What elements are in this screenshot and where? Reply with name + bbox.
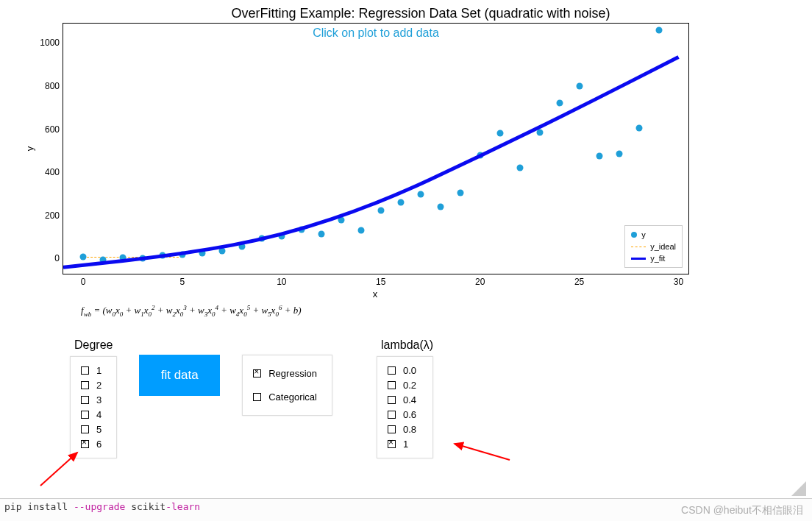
checkbox-icon[interactable] — [388, 425, 396, 433]
terminal-flag-1: --upgrade — [74, 501, 125, 512]
data-point — [516, 165, 523, 171]
checkbox-icon[interactable] — [81, 396, 89, 404]
type-panel-option[interactable]: Regression — [253, 367, 317, 380]
data-point — [278, 233, 285, 239]
data-point — [338, 216, 344, 223]
x-tick: 0 — [81, 277, 86, 287]
data-point — [576, 83, 583, 90]
y-fit-line — [63, 24, 688, 274]
y-axis-label: y — [24, 146, 35, 152]
data-point — [655, 26, 662, 33]
degree-panel-option[interactable]: 4 — [81, 408, 102, 421]
degree-panel-option[interactable]: 5 — [81, 423, 102, 436]
resize-grip-icon[interactable] — [791, 481, 806, 496]
data-point — [199, 250, 205, 257]
data-point — [596, 153, 602, 160]
model-formula: fwb = (w0x0 + w1x02 + w2x03 + w3x04 + w4… — [81, 304, 812, 318]
data-point — [417, 191, 424, 197]
degree-title: Degree — [74, 339, 117, 352]
lambda-panel-option[interactable]: 0.0 — [388, 364, 418, 377]
y-tick: 1000 — [34, 38, 60, 48]
y-tick: 0 — [34, 253, 60, 263]
fit-data-button[interactable]: fit data — [139, 355, 220, 396]
data-point — [119, 255, 126, 261]
checkbox-icon[interactable] — [81, 366, 89, 375]
degree-panel-option[interactable]: 3 — [81, 394, 102, 406]
data-point — [318, 230, 324, 237]
data-point — [616, 151, 622, 157]
controls-row: Degree 123456 fit data RegressionCategor… — [70, 339, 812, 458]
option-label: 1 — [96, 365, 102, 376]
degree-panel: 123456 — [70, 356, 117, 458]
data-point — [496, 130, 503, 137]
checkbox-icon[interactable] — [81, 381, 89, 389]
checkbox-icon[interactable] — [388, 411, 396, 419]
legend-y: y — [631, 229, 676, 241]
checkbox-icon[interactable] — [388, 440, 396, 448]
option-label: 2 — [96, 380, 102, 391]
y-ideal-line — [83, 257, 182, 258]
terminal-flag-2: -learn — [165, 501, 200, 512]
terminal-pkg: scikit — [125, 501, 165, 512]
lambda-panel-option[interactable]: 0.8 — [388, 423, 418, 436]
x-tick: 5 — [180, 277, 185, 287]
checkbox-icon[interactable] — [81, 411, 89, 419]
option-label: 6 — [96, 439, 102, 450]
lambda-panel-option[interactable]: 0.4 — [388, 394, 418, 406]
data-point — [139, 255, 146, 262]
y-tick: 600 — [34, 124, 60, 135]
x-tick: 10 — [277, 277, 286, 287]
data-point — [238, 244, 245, 250]
lambda-panel-option[interactable]: 1 — [388, 438, 418, 450]
chart-title: OverFitting Example: Regression Data Set… — [0, 6, 812, 21]
option-label: 0.0 — [403, 365, 416, 376]
data-point — [377, 207, 384, 213]
data-point — [218, 248, 225, 255]
data-point — [556, 100, 563, 107]
terminal-text: pip install — [4, 501, 74, 512]
checkbox-icon[interactable] — [81, 440, 89, 448]
option-label: 0.8 — [403, 424, 416, 435]
x-tick: 20 — [475, 277, 485, 287]
option-label: Regression — [268, 368, 317, 379]
plot-canvas[interactable]: Click on plot to add data y y_ideal y_fi… — [63, 23, 689, 274]
type-panel: RegressionCategorical — [242, 355, 332, 416]
degree-panel-wrapper: Degree 123456 — [70, 339, 117, 458]
x-tick: 15 — [376, 277, 385, 287]
degree-panel-option[interactable]: 2 — [81, 379, 102, 391]
data-point — [536, 130, 543, 136]
legend-y-ideal: y_ideal — [631, 241, 676, 252]
data-point — [99, 256, 106, 263]
degree-panel-option[interactable]: 6 — [81, 438, 102, 450]
checkbox-icon[interactable] — [253, 393, 261, 401]
lambda-title: lambda(λ) — [381, 339, 433, 352]
chart-subtitle: Click on plot to add data — [63, 26, 688, 40]
y-tick: 200 — [34, 210, 60, 221]
data-point — [179, 251, 185, 258]
checkbox-icon[interactable] — [81, 425, 89, 433]
data-point — [437, 204, 444, 210]
checkbox-icon[interactable] — [388, 381, 396, 389]
option-label: 0.6 — [403, 409, 416, 420]
option-label: 0.4 — [403, 394, 416, 405]
data-point — [298, 226, 304, 233]
checkbox-icon[interactable] — [388, 366, 396, 375]
x-tick: 25 — [574, 277, 584, 287]
data-point — [457, 190, 463, 196]
data-point — [159, 252, 165, 259]
data-point — [477, 152, 483, 158]
checkbox-icon[interactable] — [253, 369, 261, 378]
degree-panel-option[interactable]: 1 — [81, 364, 102, 377]
data-point — [357, 227, 364, 234]
type-panel-option[interactable]: Categorical — [253, 391, 317, 403]
lambda-panel-option[interactable]: 0.2 — [388, 379, 418, 391]
lambda-panel-wrapper: lambda(λ) 0.00.20.40.60.81 — [377, 339, 433, 458]
lambda-panel-option[interactable]: 0.6 — [388, 408, 418, 421]
chart-area: y Click on plot to add data y y_ideal y_… — [63, 23, 812, 274]
data-point — [635, 125, 642, 132]
legend-y-fit: y_fit — [631, 252, 676, 264]
checkbox-icon[interactable] — [388, 396, 396, 404]
option-label: 5 — [96, 424, 102, 435]
option-label: 3 — [96, 394, 102, 405]
lambda-panel: 0.00.20.40.60.81 — [377, 356, 433, 458]
